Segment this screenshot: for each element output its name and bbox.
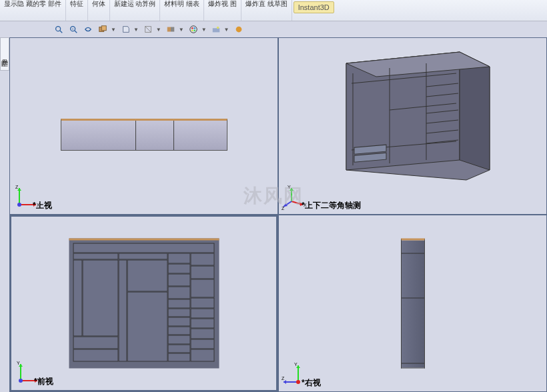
scene-icon[interactable] bbox=[211, 24, 221, 35]
viewport-front[interactable]: XY *前视 bbox=[9, 215, 278, 392]
dropdown-arrow-icon[interactable]: ▼ bbox=[133, 27, 139, 33]
viewport-label: *右视 bbox=[302, 377, 321, 389]
viewport-label: *上下二等角轴测 bbox=[302, 200, 361, 211]
svg-point-14 bbox=[191, 29, 193, 31]
rib-group-exploded[interactable]: 爆炸视 图 bbox=[204, 0, 241, 21]
svg-text:+: + bbox=[71, 27, 73, 31]
viewport-grid: XZ *上视 bbox=[9, 37, 547, 392]
rib-group-bom[interactable]: 材料明 细表 bbox=[160, 0, 204, 21]
model-right-view bbox=[401, 239, 425, 369]
viewport-label: *前视 bbox=[34, 376, 53, 387]
rib-group-exploded-sketch[interactable]: 爆炸直 线草图 bbox=[241, 0, 292, 21]
rib-group-body[interactable]: 何体 bbox=[88, 0, 110, 21]
rib-group-feature[interactable]: 特征 bbox=[66, 0, 88, 21]
svg-text:Z: Z bbox=[282, 206, 285, 211]
viewport-label: *上视 bbox=[33, 200, 52, 211]
svg-point-23 bbox=[17, 203, 21, 207]
svg-rect-16 bbox=[212, 28, 219, 32]
appearance-icon[interactable] bbox=[188, 24, 199, 35]
rotate-view-icon[interactable] bbox=[83, 24, 93, 35]
svg-text:Z: Z bbox=[15, 185, 19, 189]
svg-line-8 bbox=[145, 27, 151, 33]
svg-point-18 bbox=[235, 27, 241, 33]
svg-rect-9 bbox=[167, 27, 171, 32]
svg-point-11 bbox=[189, 26, 197, 33]
rib-group-hidden-parts[interactable]: 显示隐 藏的零 部件 bbox=[0, 0, 66, 21]
view-toolbar: + ▼ ▼ ▼ ▼ ▼ ▼ bbox=[0, 21, 547, 37]
svg-rect-10 bbox=[171, 27, 174, 32]
svg-point-0 bbox=[56, 27, 61, 31]
svg-marker-28 bbox=[460, 52, 490, 170]
svg-point-57 bbox=[19, 379, 23, 383]
display-style-icon[interactable] bbox=[120, 24, 131, 35]
model-top-view bbox=[61, 119, 227, 151]
zoom-area-icon[interactable]: + bbox=[68, 24, 79, 35]
model-iso-view bbox=[326, 47, 500, 188]
svg-point-12 bbox=[191, 27, 193, 29]
dropdown-arrow-icon[interactable]: ▼ bbox=[111, 27, 116, 33]
dropdown-arrow-icon[interactable]: ▼ bbox=[224, 27, 229, 33]
svg-rect-6 bbox=[101, 26, 106, 31]
model-front-view bbox=[69, 239, 219, 369]
viewport-isometric[interactable]: XYZ *上下二等角轴测 bbox=[278, 37, 547, 215]
dropdown-arrow-icon[interactable]: ▼ bbox=[179, 27, 184, 33]
svg-text:Y: Y bbox=[288, 185, 291, 189]
dropdown-arrow-icon[interactable]: ▼ bbox=[201, 27, 207, 33]
section-view-icon[interactable] bbox=[165, 24, 176, 35]
svg-text:Z: Z bbox=[282, 376, 285, 381]
svg-line-3 bbox=[75, 31, 77, 33]
ribbon-bar: 显示隐 藏的零 部件 特征 何体 新建运 动算例 材料明 细表 爆炸视 图 爆炸… bbox=[0, 0, 547, 21]
svg-line-1 bbox=[60, 31, 63, 33]
svg-point-13 bbox=[193, 27, 195, 29]
svg-point-64 bbox=[296, 380, 300, 384]
svg-point-15 bbox=[193, 29, 195, 31]
svg-text:Y: Y bbox=[17, 361, 20, 365]
viewport-top[interactable]: XZ *上视 bbox=[9, 37, 278, 215]
dropdown-arrow-icon[interactable]: ▼ bbox=[156, 27, 161, 33]
instant3d-button[interactable]: Instant3D bbox=[294, 1, 334, 13]
view-orientation-icon[interactable] bbox=[97, 24, 108, 35]
svg-text:Y: Y bbox=[294, 362, 298, 367]
viewport-right[interactable]: ZY *右视 bbox=[278, 215, 547, 392]
render-icon[interactable] bbox=[233, 24, 244, 35]
rib-group-motion[interactable]: 新建运 动算例 bbox=[110, 0, 161, 21]
svg-point-17 bbox=[216, 27, 219, 29]
zoom-fit-icon[interactable] bbox=[53, 24, 64, 35]
side-panel-tab[interactable]: 室产品 bbox=[0, 37, 9, 71]
hide-show-icon[interactable] bbox=[143, 24, 153, 35]
